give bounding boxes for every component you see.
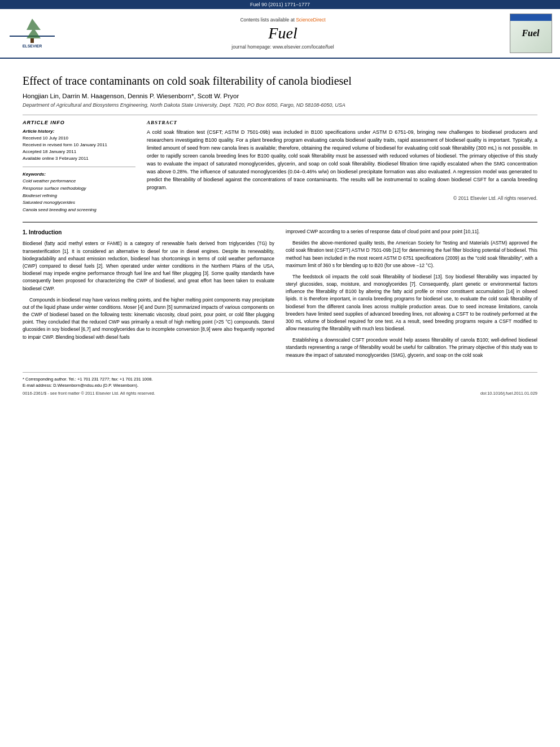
intro-para-2: Compounds in biodiesel may have various …: [23, 296, 274, 341]
body-col-right: improved CWP according to a series of re…: [286, 228, 537, 363]
journal-citation: Fuel 90 (2011) 1771–1777: [250, 2, 310, 7]
introduction-heading: 1. Introduction: [23, 228, 274, 237]
keyword-4: Saturated monoglycerides: [23, 199, 135, 207]
corresponding-note: * Corresponding author. Tel.: +1 701 231…: [23, 376, 537, 382]
svg-text:ELSEVIER: ELSEVIER: [23, 44, 42, 48]
affiliation: Department of Agricultural and Biosystem…: [23, 102, 537, 108]
body-content: 1. Introduction Biodiesel (fatty acid me…: [23, 228, 537, 363]
info-abstract-section: ARTICLE INFO Article history: Received 1…: [23, 120, 537, 214]
divider-info: [23, 167, 135, 167]
intro-para-3: improved CWP according to a series of re…: [286, 228, 537, 235]
history-label: Article history:: [23, 129, 135, 134]
abstract-section: ABSTRACT A cold soak filtration test (CS…: [147, 120, 537, 214]
abstract-text: A cold soak filtration test (CSFT; ASTM …: [147, 129, 537, 192]
fuel-logo-box: Fuel: [508, 14, 553, 53]
keywords-label: Keywords:: [23, 172, 135, 177]
main-content: Effect of trace contaminants on cold soa…: [0, 59, 560, 407]
authors-line: Hongjian Lin, Darrin M. Haagenson, Denni…: [23, 93, 537, 99]
sciencedirect-line: Contents lists available at ScienceDirec…: [63, 17, 502, 23]
svg-marker-2: [27, 19, 41, 38]
journal-name: Fuel: [63, 25, 502, 42]
journal-homepage: journal homepage: www.elsevier.com/locat…: [63, 44, 502, 50]
article-title: Effect of trace contaminants on cold soa…: [23, 73, 537, 88]
received-date: Received 10 July 2010: [23, 135, 135, 142]
article-footer: * Corresponding author. Tel.: +1 701 231…: [23, 372, 537, 396]
journal-center: Contents lists available at ScienceDirec…: [63, 17, 502, 50]
issn-line: 0016-2361/$ - see front matter © 2011 El…: [23, 391, 155, 396]
journal-header: ELSEVIER Contents lists available at Sci…: [0, 9, 560, 59]
elsevier-logo: ELSEVIER: [7, 16, 58, 51]
intro-para-4: Besides the above-mentioned quality test…: [286, 239, 537, 269]
keyword-2: Response surface methodology: [23, 185, 135, 193]
copyright-line: © 2011 Elsevier Ltd. All rights reserved…: [147, 195, 537, 201]
email-note: E-mail address: D.Wiesenborn@ndsu.edu (D…: [23, 382, 537, 388]
body-col-left: 1. Introduction Biodiesel (fatty acid me…: [23, 228, 274, 363]
authors-text: Hongjian Lin, Darrin M. Haagenson, Denni…: [23, 93, 239, 99]
fuel-journal-logo: Fuel: [510, 14, 552, 53]
footer-bottom: 0016-2361/$ - see front matter © 2011 El…: [23, 391, 537, 396]
keyword-1: Cold weather performance: [23, 178, 135, 185]
accepted-date: Accepted 18 January 2011: [23, 148, 135, 155]
abstract-heading: ABSTRACT: [147, 120, 537, 125]
section-divider: [23, 222, 537, 222]
doi-line: doi:10.1016/j.fuel.2011.01.029: [480, 391, 537, 396]
intro-para-5: The feedstock oil impacts the cold soak …: [286, 273, 537, 333]
article-info-heading: ARTICLE INFO: [23, 120, 135, 125]
intro-para-6: Establishing a downscaled CSFT procedure…: [286, 337, 537, 359]
article-info-panel: ARTICLE INFO Article history: Received 1…: [23, 120, 135, 214]
svg-rect-3: [30, 38, 34, 43]
intro-para-1: Biodiesel (fatty acid methyl esters or F…: [23, 240, 274, 292]
divider-1: [23, 115, 537, 115]
available-date: Available online 3 February 2011: [23, 155, 135, 162]
keywords-list: Cold weather performance Response surfac…: [23, 178, 135, 214]
sciencedirect-link[interactable]: ScienceDirect: [296, 17, 325, 23]
keyword-3: Biodiesel refining: [23, 193, 135, 200]
revised-date: Received in revised form 10 January 2011: [23, 142, 135, 148]
journal-citation-bar: Fuel 90 (2011) 1771–1777: [0, 0, 560, 9]
keyword-5: Canola seed breeding and screening: [23, 207, 135, 214]
